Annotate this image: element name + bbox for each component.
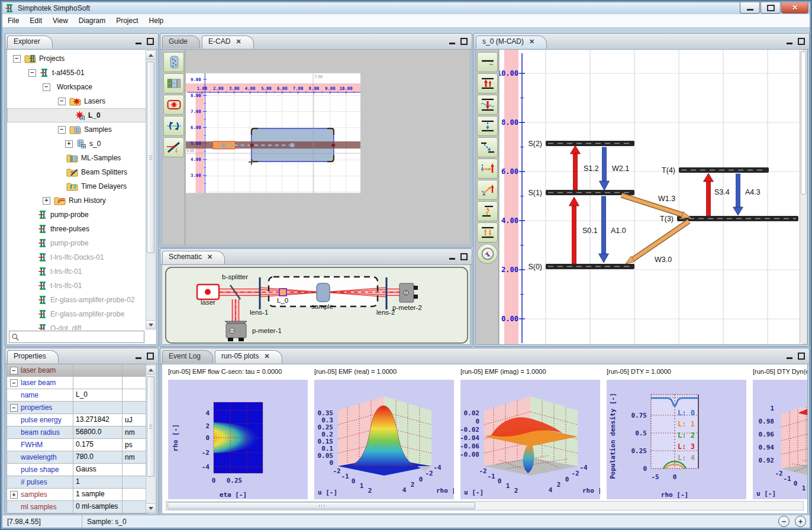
l0-marker[interactable] xyxy=(279,289,286,296)
property-row[interactable]: nameL_0 xyxy=(7,389,147,402)
plot-emf-flow-thumbnail[interactable]: 4 2 0 -2 -4 0 0.25 rho [-] eta [-] xyxy=(168,380,308,499)
schematic-canvas[interactable]: laser b-splitter lens-1 L_0 sample lens-… xyxy=(162,265,471,345)
energy-level-S2[interactable] xyxy=(546,141,634,146)
menu-project[interactable]: Project xyxy=(111,15,143,26)
mcad-canvas[interactable]: 10.00 8.00 6.00 4.00 2.00 0.00 xyxy=(500,50,803,345)
expand-icon[interactable] xyxy=(65,140,73,148)
property-row[interactable]: FWHM0.175ps xyxy=(7,439,147,451)
panel-maximize-icon[interactable] xyxy=(147,353,154,360)
transfer-diag-tool-button[interactable] xyxy=(477,180,498,200)
tab-run05-plots[interactable]: run-05 plots xyxy=(215,350,282,363)
expand-icon[interactable] xyxy=(43,197,50,205)
collapse-icon[interactable] xyxy=(58,98,66,105)
transfer-tool-button[interactable] xyxy=(477,159,498,179)
energy-level-T4[interactable] xyxy=(679,167,769,173)
close-tab-icon[interactable] xyxy=(529,38,534,46)
property-row[interactable]: pulse shapeGauss xyxy=(7,464,147,476)
menu-view[interactable]: View xyxy=(47,15,73,26)
minimize-button[interactable] xyxy=(740,2,760,14)
tree-item-project[interactable]: t-lrs-lfc-01 xyxy=(7,279,147,293)
tree-item-run-history[interactable]: Run History xyxy=(7,193,147,208)
plot-dty-dyn-thumbnail[interactable]: 1 0.98 0.96 0.94 0.92 -2 -1 0 1 u [-] xyxy=(753,380,808,499)
panel-minimize-icon[interactable] xyxy=(449,43,455,44)
tree-item-time-delayers[interactable]: Time Delayers xyxy=(7,179,147,193)
collapse-icon[interactable] xyxy=(28,69,36,77)
tab-schematic[interactable]: Schematic xyxy=(162,251,225,264)
tree-item-samples[interactable]: Samples xyxy=(7,122,147,137)
collapse-icon[interactable] xyxy=(10,379,18,387)
panel-minimize-icon[interactable] xyxy=(787,357,792,359)
laser-handle[interactable] xyxy=(221,143,225,147)
tab-ecad[interactable]: E-CAD xyxy=(202,35,254,49)
scroll-down-button[interactable] xyxy=(146,503,155,512)
panel-minimize-icon[interactable] xyxy=(449,258,455,260)
tree-item-project[interactable]: t-lrs-lfc-Docks-01 xyxy=(7,250,147,264)
close-tab-icon[interactable] xyxy=(236,38,241,46)
menu-file[interactable]: File xyxy=(2,15,24,26)
menu-help[interactable]: Help xyxy=(144,15,169,26)
energy-level-S0[interactable] xyxy=(546,264,634,269)
tab-event-log[interactable]: Event Log xyxy=(162,350,213,363)
explorer-scrollbar[interactable] xyxy=(146,50,156,329)
close-tab-icon[interactable] xyxy=(207,253,212,261)
property-row[interactable]: samples1 sample xyxy=(7,489,147,501)
plot-dty-thumbnail[interactable]: 0.75 0.5 0.25 0 -5 0 L: 0 L: 1 L: 2 L: 3… xyxy=(607,380,746,499)
exchange-tool-button[interactable] xyxy=(477,222,498,243)
close-tab-icon[interactable] xyxy=(264,353,269,360)
panel-minimize-icon[interactable] xyxy=(136,43,141,44)
zoom-out-button[interactable] xyxy=(778,516,790,527)
collapse-icon[interactable] xyxy=(43,83,50,91)
tree-item-project[interactable]: t-af455-01 xyxy=(7,66,147,80)
panel-maximize-icon[interactable] xyxy=(798,38,805,45)
property-row[interactable]: pulse energy13.271842uJ xyxy=(7,414,147,426)
collapse-icon[interactable] xyxy=(10,367,18,374)
menu-diagram[interactable]: Diagram xyxy=(73,15,111,26)
cross-decay-tool-button[interactable] xyxy=(477,137,498,157)
plot-emf-real-thumbnail[interactable]: 0.35 0.3 0.25 0.2 0.15 0.1 0.05 0 -2 -1 … xyxy=(314,380,454,499)
tree-item-projects[interactable]: Projects xyxy=(7,51,147,66)
panel-minimize-icon[interactable] xyxy=(136,357,141,359)
panel-maximize-icon[interactable] xyxy=(147,38,154,45)
sample-chip[interactable] xyxy=(317,283,330,302)
plot-emf-imag-thumbnail[interactable]: 0.02 0 -0.02 -0.04 -0.06 -0.08 -2 -1 0 1… xyxy=(460,380,600,499)
tab-guide[interactable]: Guide xyxy=(162,35,200,49)
panel-maximize-icon[interactable] xyxy=(460,253,468,260)
relaxation-tool-button[interactable] xyxy=(477,201,498,221)
beam-splitter-tool-button[interactable] xyxy=(163,137,184,157)
property-row[interactable]: ml samples0 ml-samples xyxy=(7,501,147,513)
maximize-button[interactable] xyxy=(761,2,781,14)
property-row[interactable]: laser beam xyxy=(7,364,147,377)
zoom-in-button[interactable] xyxy=(795,516,806,527)
tree-item-laser-l0[interactable]: L_0 xyxy=(7,108,147,122)
property-row[interactable]: wavelength780.0nm xyxy=(7,451,147,464)
panel-maximize-icon[interactable] xyxy=(798,353,805,360)
compass-tool-button[interactable] xyxy=(477,244,498,264)
search-input[interactable] xyxy=(21,332,144,342)
collapse-icon[interactable] xyxy=(13,55,21,63)
panel-maximize-icon[interactable] xyxy=(460,38,468,45)
stim-absorption-tool-button[interactable] xyxy=(477,73,498,93)
expand-icon[interactable] xyxy=(10,491,18,499)
tree-item-ml-samples[interactable]: ML-Samples xyxy=(7,151,147,165)
scroll-down-button[interactable] xyxy=(146,320,155,329)
collapse-icon[interactable] xyxy=(10,404,18,412)
tree-item-project[interactable]: Q-dot_diff xyxy=(7,321,147,330)
ml-sample-tool-button[interactable] xyxy=(163,73,184,93)
tree-item-project[interactable]: Er-glass-amplifer-probe xyxy=(7,307,147,321)
scroll-thumb[interactable] xyxy=(167,502,475,509)
menu-edit[interactable]: Edit xyxy=(24,15,47,26)
tab-mcad[interactable]: s_0 (M-CAD) xyxy=(476,35,547,49)
scroll-thumb[interactable] xyxy=(147,62,154,253)
energy-level-S1[interactable] xyxy=(546,190,634,195)
sample-edge-dot[interactable] xyxy=(331,143,335,147)
properties-tab[interactable]: Properties xyxy=(7,350,59,363)
scroll-thumb[interactable] xyxy=(147,376,154,477)
panel-minimize-icon[interactable] xyxy=(787,43,792,44)
ecad-canvas[interactable]: 1.00 2.00 3.00 4.00 5.00 6.00 7.00 8.00 … xyxy=(186,50,471,245)
properties-scrollbar[interactable] xyxy=(146,365,156,513)
property-row[interactable]: # pulses1 xyxy=(7,476,147,489)
tree-item-project[interactable]: t-lrs-lfc-01 xyxy=(7,264,147,279)
scroll-up-button[interactable] xyxy=(146,51,155,60)
time-delayer-tool-button[interactable] xyxy=(163,116,184,136)
energy-level-T3[interactable] xyxy=(677,216,798,221)
